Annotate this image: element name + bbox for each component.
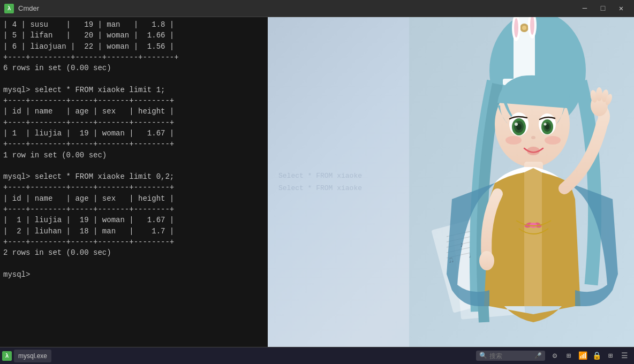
svg-point-31 [545,136,561,145]
main-area: | 4 | susu | 19 | man | 1.8 | | 5 | lifa… [0,17,634,347]
search-mic-icon: 🎤 [534,352,542,359]
svg-point-30 [505,136,522,145]
close-button[interactable]: ✕ [613,1,630,16]
window-controls: ─ □ ✕ [576,1,630,16]
settings-icon[interactable]: ⚙ [549,351,560,361]
search-input[interactable] [489,352,532,360]
taskbar-mysql-item[interactable]: mysql.exe [14,350,51,362]
taskbar-right: 🔍 🎤 ⚙ ⊞ 📶 🔒 ⊞ ☰ [476,351,632,361]
svg-point-29 [527,147,540,155]
menu-icon[interactable]: ☰ [619,351,630,361]
taskbar-item-label: mysql.exe [18,352,47,360]
taskbar: λ mysql.exe 🔍 🎤 ⚙ ⊞ 📶 🔒 ⊞ ☰ [0,347,634,364]
maximize-button[interactable]: □ [594,1,612,16]
window-title: Cmder [18,4,39,12]
window-icon[interactable]: ⊞ [563,351,574,361]
svg-point-22 [515,123,518,126]
network-icon[interactable]: 📶 [577,351,588,361]
svg-point-37 [596,87,602,101]
grid-icon[interactable]: ⊞ [605,351,616,361]
title-bar: λ Cmder ─ □ ✕ [0,0,634,17]
terminal-panel[interactable]: | 4 | susu | 19 | man | 1.8 | | 5 | lifa… [0,17,268,347]
app-icon: λ [4,4,14,13]
search-box[interactable]: 🔍 🎤 [476,351,545,361]
terminal-output: | 4 | susu | 19 | man | 1.8 | | 5 | lifa… [0,19,268,280]
svg-point-12 [522,26,526,30]
bg-watermark: Select * FROM xiaoke Select * FROM xiaok… [278,170,362,195]
svg-point-27 [544,123,547,126]
minimize-button[interactable]: ─ [576,1,593,16]
background-area: Select * FROM xiaoke Select * FROM xiaok… [268,17,634,347]
svg-point-28 [531,136,535,139]
search-icon: 🔍 [479,352,487,360]
lock-icon[interactable]: 🔒 [591,351,602,361]
svg-point-40 [479,251,494,270]
taskbar-system-icons: ⚙ ⊞ 📶 🔒 ⊞ ☰ [547,351,632,361]
anime-character: ♪ ♩ ♫ [409,17,634,347]
taskbar-app-icon: λ [2,351,12,361]
title-left: λ Cmder [4,4,39,13]
svg-point-15 [514,18,518,37]
